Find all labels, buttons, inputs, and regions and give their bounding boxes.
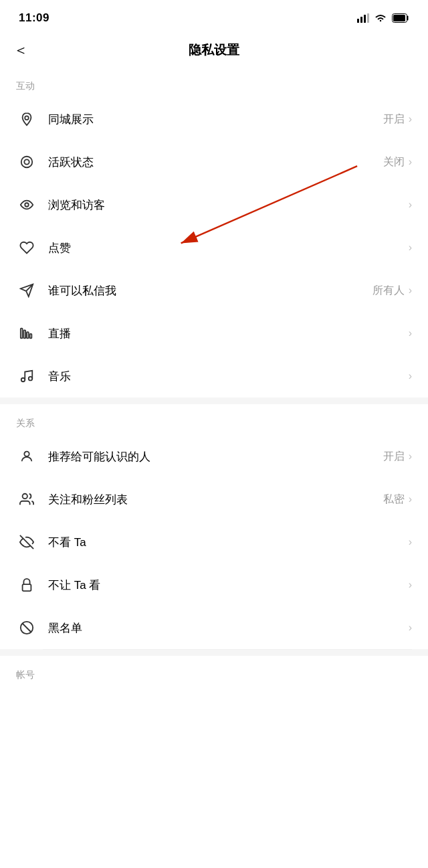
svg-point-18 [24, 452, 29, 456]
recommend-value: 开启 [383, 450, 405, 464]
status-icons [357, 13, 409, 23]
like-icon [16, 237, 37, 258]
live-chevron: › [409, 327, 412, 339]
wifi-icon [374, 13, 387, 23]
message-icon [16, 280, 37, 301]
svg-rect-12 [21, 329, 23, 339]
menu-item-music[interactable]: 音乐 › [0, 355, 428, 398]
not-watch-label: 不看 Ta [48, 535, 405, 550]
nearby-label: 同城展示 [48, 112, 383, 127]
not-watch-icon [16, 531, 37, 553]
live-label: 直播 [48, 326, 405, 341]
likes-chevron: › [409, 242, 412, 254]
svg-point-16 [21, 378, 25, 382]
active-status-icon [16, 151, 37, 173]
live-icon [16, 323, 37, 344]
not-watch-chevron: › [409, 536, 412, 548]
svg-rect-1 [360, 17, 362, 23]
follow-fans-icon [16, 489, 37, 510]
active-status-value: 关闭 [383, 155, 405, 169]
menu-item-live[interactable]: 直播 › [0, 312, 428, 355]
private-message-chevron: › [409, 284, 412, 296]
blacklist-chevron: › [409, 622, 412, 634]
not-let-watch-label: 不让 Ta 看 [48, 578, 405, 593]
menu-item-nearby[interactable]: 同城展示 开启 › [0, 98, 428, 141]
section-header-account: 帐号 [0, 656, 428, 687]
svg-rect-2 [364, 15, 366, 23]
follow-fans-chevron: › [409, 493, 412, 505]
svg-point-19 [23, 494, 27, 499]
section-separator-2 [0, 649, 428, 656]
svg-line-23 [23, 624, 31, 632]
back-button[interactable]: ＜ [13, 40, 28, 60]
private-message-label: 谁可以私信我 [48, 283, 372, 298]
follow-fans-label: 关注和粉丝列表 [48, 492, 383, 507]
status-bar: 11:09 [0, 0, 428, 33]
menu-item-not-watch[interactable]: 不看 Ta › [0, 521, 428, 563]
menu-item-browse[interactable]: 浏览和访客 › [0, 183, 428, 226]
signal-icon [357, 13, 369, 23]
menu-item-blacklist[interactable]: 黑名单 › [0, 606, 428, 649]
blacklist-icon [16, 617, 37, 638]
section-separator-1 [0, 398, 428, 404]
browse-icon [16, 194, 37, 215]
not-let-watch-chevron: › [409, 579, 412, 591]
browse-label: 浏览和访客 [48, 197, 405, 213]
svg-point-11 [25, 203, 29, 207]
menu-item-private-message[interactable]: 谁可以私信我 所有人 › [0, 269, 428, 312]
nearby-chevron: › [409, 113, 412, 125]
menu-item-likes[interactable]: 点赞 › [0, 226, 428, 269]
follow-fans-value: 私密 [383, 493, 405, 507]
battery-icon [392, 13, 409, 23]
recommend-chevron: › [409, 450, 412, 462]
recommend-label: 推荐给可能认识的人 [48, 449, 383, 464]
svg-rect-21 [23, 584, 31, 591]
section-header-interaction: 互动 [0, 67, 428, 98]
svg-point-17 [29, 377, 33, 381]
active-status-chevron: › [409, 156, 412, 168]
svg-point-10 [24, 159, 29, 164]
music-icon [16, 365, 37, 387]
svg-rect-14 [27, 332, 29, 338]
private-message-value: 所有人 [372, 284, 405, 298]
active-status-label: 活跃状态 [48, 155, 383, 170]
blacklist-label: 黑名单 [48, 620, 405, 636]
browse-chevron: › [409, 199, 412, 211]
svg-point-8 [25, 116, 29, 120]
page-title: 隐私设置 [189, 41, 239, 59]
location-icon [16, 108, 37, 130]
svg-rect-0 [357, 19, 359, 23]
svg-point-9 [21, 157, 33, 168]
music-chevron: › [409, 370, 412, 382]
nearby-value: 开启 [383, 112, 405, 126]
svg-rect-3 [367, 13, 369, 23]
section-header-relationship: 关系 [0, 404, 428, 435]
music-label: 音乐 [48, 369, 405, 384]
menu-item-active-status[interactable]: 活跃状态 关闭 › [0, 141, 428, 183]
not-let-watch-icon [16, 574, 37, 596]
status-time: 11:09 [19, 11, 49, 25]
menu-item-recommend[interactable]: 推荐给可能认识的人 开启 › [0, 435, 428, 478]
svg-rect-15 [30, 334, 32, 338]
likes-label: 点赞 [48, 240, 405, 256]
svg-rect-5 [393, 15, 405, 21]
recommend-icon [16, 446, 37, 467]
menu-item-not-let-watch[interactable]: 不让 Ta 看 › [0, 563, 428, 606]
menu-item-follow-fans[interactable]: 关注和粉丝列表 私密 › [0, 478, 428, 521]
nav-bar: ＜ 隐私设置 [0, 33, 428, 67]
svg-rect-13 [23, 330, 25, 338]
